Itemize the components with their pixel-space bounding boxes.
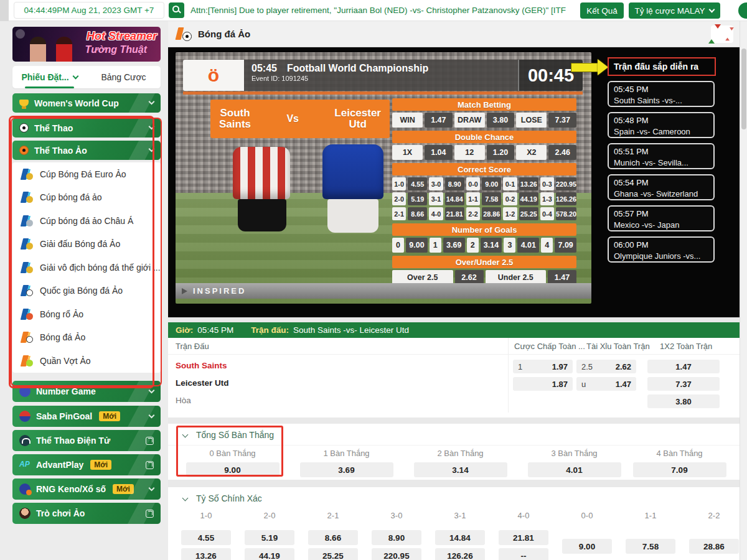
sidebar-item-virtual-basketball[interactable]: Bóng rổ Ảo (12, 302, 161, 326)
odds-button[interactable]: -- (499, 548, 548, 560)
upcoming-match[interactable]: 05:48 PM Spain -vs- Cameroon (608, 112, 715, 138)
virtual-cup-icon (21, 192, 33, 203)
results-button[interactable]: Kết Quả (580, 2, 624, 19)
sidebar-item-rng-keno[interactable]: RNG Keno/Xổ số Mới (12, 478, 161, 500)
1x2-odds-cell[interactable]: 7.37 (647, 377, 720, 391)
odds-sort-toggle[interactable] (711, 26, 733, 43)
over-under-odds-cell[interactable]: 2.5 2.62 (576, 360, 636, 373)
score-label: 0-0 (555, 511, 619, 520)
streamer-photo (56, 37, 72, 62)
odds-button[interactable]: 4.55 (181, 530, 231, 545)
sidebar-item-saba-pingoal[interactable]: Saba PinGoal Mới (12, 406, 161, 427)
streamer-photo (30, 37, 46, 62)
match-teams: Ghana -vs- Switzerland (614, 189, 708, 200)
match-teams: Munich -vs- Sevilla... (614, 157, 708, 169)
chevron-down-icon (72, 73, 78, 79)
bet-slip-tabs: Phiếu Đặt... Bảng Cược (12, 66, 161, 88)
match-time: 05:48 PM (614, 115, 708, 126)
promo-banner[interactable]: Hot Streamer Tường Thuật (12, 27, 161, 62)
scoreboard-info: 05:45 Football World Championship Event … (244, 60, 518, 91)
list-item-label: Giải đấu Bóng đá Ảo (40, 239, 120, 249)
announcement-ticker[interactable]: Attn:[Tennis] Due to player retirement, … (190, 0, 574, 21)
sidebar-item-label: Thể Thao Ảo (34, 146, 87, 156)
tab-odds-board[interactable]: Bảng Cược (87, 66, 161, 88)
column-header: Cược Chấp Toàn ... (514, 342, 585, 351)
sidebar-item-virtual-cup[interactable]: Cúp bóng đá ảo (12, 186, 161, 210)
sidebar-item-esports[interactable]: Thể Thao Điện Tử (12, 430, 161, 451)
sidebar-item-virtual-nations[interactable]: Quốc gia Bóng đá Ảo (12, 279, 161, 303)
sidebar-item-virtual-football[interactable]: Bóng đá Ảo (12, 326, 161, 350)
correct-score-panel: Correct Score 1-04.55 3-08.90 0-09.00 0-… (392, 163, 576, 220)
vertical-scrollbar[interactable] (740, 21, 747, 560)
chevron-down-icon (709, 6, 715, 12)
sidebar-item-sports[interactable]: Thể Thao (12, 118, 161, 138)
sidebar-item-advantplay[interactable]: AdvantPlay Mới (12, 454, 161, 475)
odds-button[interactable]: 28.86 (689, 539, 739, 554)
odds-value: 1.20 (487, 145, 515, 160)
odds-button[interactable]: 21.81 (499, 530, 548, 545)
odds-button[interactable]: 8.66 (308, 530, 358, 545)
odds-button[interactable]: 25.25 (308, 548, 358, 560)
search-button[interactable] (169, 2, 184, 18)
upcoming-match[interactable]: 05:51 PM Munich -vs- Sevilla... (608, 143, 715, 169)
collapse-chevron-icon[interactable] (182, 431, 189, 437)
column-header: Tài Xỉu Toàn Trận (586, 342, 650, 351)
goals-market-column: 3 Bàn Thắng 4.01 (517, 449, 631, 477)
section-title: Tỷ Số Chính Xác (196, 493, 262, 503)
odds-button[interactable]: 3.69 (300, 462, 393, 477)
matchup-banner: SouthSaints Vs LeicesterUtd (210, 100, 390, 138)
upcoming-match[interactable]: 06:00 PM Olympique Juniors -vs... (608, 236, 715, 263)
odds-type-dropdown[interactable]: Tỷ lệ cược MALAY (629, 2, 720, 19)
sidebar-item-virtual-tennis[interactable]: Quần Vợt Ảo (12, 349, 161, 373)
upcoming-match[interactable]: 05:45 PM South Saints -vs-... (608, 81, 715, 107)
upcoming-match[interactable]: 05:54 PM Ghana -vs- Switzerland (608, 174, 715, 200)
table-row: Hòa 3.80 (168, 394, 740, 409)
tab-label: Bảng Cược (101, 72, 146, 82)
sidebar-item-number-game[interactable]: Number Game (12, 381, 161, 402)
kickoff-time: 05:45 (251, 63, 277, 74)
odds-button[interactable]: 44.19 (245, 548, 294, 560)
list-item-label: Giải vô địch bóng đá thế giới ... (40, 263, 161, 273)
scrollbar-thumb[interactable] (741, 49, 746, 129)
odds-button[interactable]: 9.00 (186, 462, 280, 477)
broadcaster-logo: ö (183, 60, 244, 91)
upcoming-match[interactable]: 05:57 PM Mexico -vs- Japan (608, 205, 715, 231)
odds-button[interactable]: 13.26 (181, 548, 231, 560)
sidebar-item-virtual-asian-cup[interactable]: Cúp bóng đá ảo Châu Á (12, 209, 161, 233)
odds-button[interactable]: 3.14 (414, 462, 507, 477)
column-header: 1X2 Toàn Trận (660, 342, 712, 351)
scoreboard-strip (183, 91, 583, 95)
sidebar-item-virtual-sports[interactable]: Thể Thao Ảo (12, 141, 161, 160)
virtual-basketball-icon (21, 309, 33, 320)
sidebar-item-virtual-games[interactable]: Trò chơi Ảo (12, 503, 161, 524)
sidebar-item-virtual-euro-cup[interactable]: Cúp Bóng Đá Euro Ảo (12, 162, 161, 186)
sidebar-item-womens-world-cup[interactable]: Women's World Cup (12, 93, 161, 113)
handicap-odds-cell[interactable]: 1 1.97 (513, 360, 573, 373)
new-badge: Mới (113, 484, 134, 494)
score-label: 4-0 (492, 511, 555, 520)
odds-button[interactable]: 9.00 (562, 539, 612, 554)
odds-button[interactable]: 8.90 (372, 530, 421, 545)
keno-balls-icon (19, 483, 31, 495)
odds-button[interactable]: 220.95 (372, 548, 421, 560)
1x2-odds-cell[interactable]: 3.80 (647, 394, 720, 408)
sidebar-item-world-championship[interactable]: Giải vô địch bóng đá thế giới ... (12, 256, 161, 279)
1x2-odds-cell[interactable]: 1.47 (647, 360, 720, 373)
odds-button[interactable]: 5.19 (245, 530, 294, 545)
over-under-odds-cell[interactable]: u 1.47 (576, 377, 636, 391)
content-header: Bóng đá Ảo (168, 21, 747, 47)
away-team-name: LeicesterUtd (334, 108, 381, 130)
external-link-icon (146, 437, 154, 445)
sidebar-item-virtual-league[interactable]: Giải đấu Bóng đá Ảo (12, 233, 161, 256)
odds-button[interactable]: 14.84 (435, 530, 485, 545)
partial-toggle[interactable] (738, 2, 747, 19)
tab-bet-slip[interactable]: Phiếu Đặt... (12, 66, 87, 88)
odds-button[interactable]: 126.26 (435, 548, 485, 560)
tab-label: Phiếu Đặt... (21, 72, 68, 82)
collapse-chevron-icon[interactable] (182, 495, 189, 501)
handicap-odds-cell[interactable]: 1.87 (513, 377, 573, 391)
odds-button[interactable]: 4.01 (528, 462, 621, 477)
odds-button[interactable]: 7.58 (626, 539, 675, 554)
odds-button[interactable]: 7.09 (633, 462, 726, 477)
event-id: Event ID: 1091245 (251, 75, 510, 82)
